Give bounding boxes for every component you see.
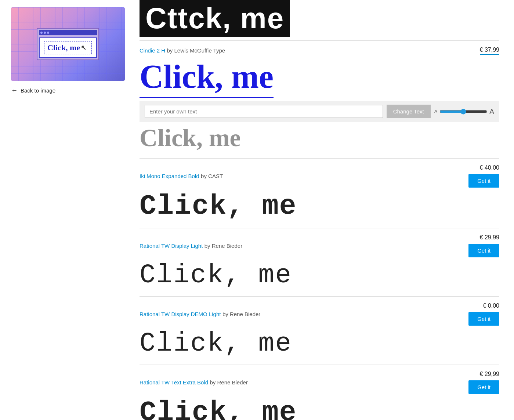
font-preview-iki-mono: Click, me: [140, 191, 499, 222]
font-right-rational-text-extra-bold: € 29,99 Get it: [468, 371, 499, 394]
font-name-link-iki-mono[interactable]: Iki Mono Expanded Bold: [140, 173, 199, 179]
right-panel: Cttck, me Cindie 2 H by Lewis McGuffie T…: [136, 0, 514, 420]
change-text-button[interactable]: Change Text: [387, 105, 431, 118]
size-label-large: A: [489, 108, 494, 116]
iki-preview-text: Click, me: [140, 191, 297, 222]
size-label-small: A: [434, 109, 438, 114]
font-header-cindie2h: Cindie 2 H by Lewis McGuffie Type € 37,9…: [140, 47, 499, 55]
font-price-iki-mono: € 40,00: [480, 164, 499, 171]
cindie-preview-text: Click, me: [140, 58, 274, 98]
back-to-image-link[interactable]: ← Back to image: [11, 87, 125, 94]
font-name-author-rational-display-demo-light: Rational TW Display DEMO Light by Rene B…: [140, 311, 260, 318]
font-author-cindie2h: by Lewis McGuffie Type: [167, 47, 225, 54]
font-author-rational-text-extra-bold: by Rene Bieder: [210, 379, 247, 385]
font-price-cindie2h: € 37,99: [480, 47, 499, 55]
font-header-iki-mono: Iki Mono Expanded Bold by CAST € 40,00 G…: [140, 164, 499, 188]
get-it-button-rational-text-extra-bold[interactable]: Get it: [468, 380, 499, 394]
font-name-author-cindie2h: Cindie 2 H by Lewis McGuffie Type: [140, 47, 225, 54]
font-right-rational-display-demo-light: € 0,00 Get it: [468, 303, 499, 326]
font-name-link-cindie2h[interactable]: Cindie 2 H: [140, 47, 165, 54]
font-author-rational-display-light: by Rene Bieder: [204, 243, 242, 249]
font-price-rational-text-extra-bold: € 29,99: [480, 371, 499, 377]
rational-display-demo-light-preview-text: Click, me: [140, 329, 292, 359]
font-name-author-iki-mono: Iki Mono Expanded Bold by CAST: [140, 173, 223, 180]
font-preview-rational-display-demo-light: Click, me: [140, 329, 499, 359]
font-entry-rational-text-extra-bold: Rational TW Text Extra Bold by Rene Bied…: [140, 365, 499, 420]
font-entry-rational-display-light: Rational TW Display Light by Rene Bieder…: [140, 228, 499, 297]
get-it-button-rational-display-light[interactable]: Get it: [468, 244, 499, 257]
font-name-link-rational-display-light[interactable]: Rational TW Display Light: [140, 243, 203, 249]
font-header-rational-text-extra-bold: Rational TW Text Extra Bold by Rene Bied…: [140, 371, 499, 394]
font-preview-cindie2h: Click, me: [140, 58, 499, 98]
top-partial-preview: Cttck, me: [140, 0, 290, 37]
text-input-bar: Change Text A A: [140, 101, 499, 122]
rational-display-light-preview-text: Click, me: [140, 260, 292, 290]
back-arrow-icon: ←: [11, 87, 18, 94]
font-header-rational-display-demo-light: Rational TW Display DEMO Light by Rene B…: [140, 303, 499, 326]
font-header-rational-display-light: Rational TW Display Light by Rene Bieder…: [140, 234, 499, 257]
font-name-link-rational-display-demo-light[interactable]: Rational TW Display DEMO Light: [140, 311, 221, 317]
font-name-author-rational-text-extra-bold: Rational TW Text Extra Bold by Rene Bied…: [140, 379, 248, 386]
left-panel: Click, me ↖ ← Back to image: [0, 0, 136, 420]
font-name-link-rational-text-extra-bold[interactable]: Rational TW Text Extra Bold: [140, 379, 208, 385]
font-right-iki-mono: € 40,00 Get it: [468, 164, 499, 188]
font-name-author-rational-display-light: Rational TW Display Light by Rene Bieder: [140, 243, 242, 249]
font-right-rational-display-light: € 29,99 Get it: [468, 234, 499, 257]
custom-text-input[interactable]: [145, 105, 383, 118]
font-preview-rational-display-light: Click, me: [140, 260, 499, 290]
font-author-rational-display-demo-light: by Rene Bieder: [222, 311, 260, 317]
font-author-iki-mono: by CAST: [201, 173, 223, 179]
font-preview-rational-text-extra-bold: Click, me: [140, 397, 499, 420]
font-entry-iki-mono: Iki Mono Expanded Bold by CAST € 40,00 G…: [140, 159, 499, 228]
click-me-display: Click, me ↖: [44, 41, 92, 54]
font-preview-image: Click, me ↖: [11, 7, 125, 81]
window-mockup: Click, me ↖: [37, 28, 99, 60]
font-entry-cindie2h: Cindie 2 H by Lewis McGuffie Type € 37,9…: [140, 41, 499, 159]
rational-text-extra-bold-preview-text: Click, me: [140, 397, 297, 420]
get-it-button-iki-mono[interactable]: Get it: [468, 174, 499, 188]
cindie-preview-alt: Click, me: [140, 123, 499, 152]
size-slider-wrap: A A: [434, 105, 494, 118]
font-size-slider[interactable]: [439, 105, 487, 118]
cursor-icon: ↖: [81, 44, 86, 52]
font-price-rational-display-demo-light: € 0,00: [483, 303, 499, 309]
back-to-image-label: Back to image: [21, 87, 55, 94]
font-price-rational-display-light: € 29,99: [480, 234, 499, 241]
font-entry-rational-display-demo-light: Rational TW Display DEMO Light by Rene B…: [140, 297, 499, 365]
get-it-button-rational-display-demo-light[interactable]: Get it: [468, 312, 499, 326]
top-partial-entry: Cttck, me: [140, 0, 499, 41]
